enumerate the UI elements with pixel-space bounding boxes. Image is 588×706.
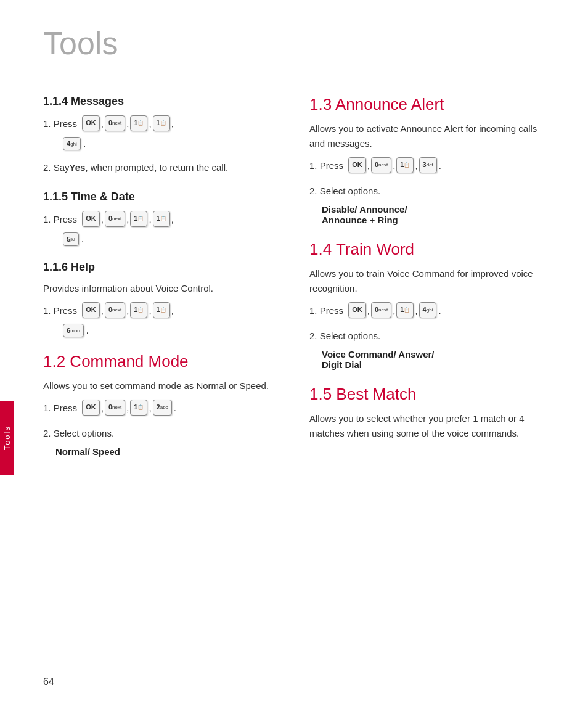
key-3def: 3def (419, 157, 437, 173)
key-1a-116: 1📋 (130, 302, 147, 318)
step-14-1: 1. Press OK, 0next, 1📋, 4ghi . (309, 302, 551, 319)
key-2abc: 2abc (153, 400, 172, 416)
key-1a-14: 1📋 (396, 302, 414, 318)
step-13-1: 1. Press OK, 0next, 1📋, 3def . (309, 157, 551, 174)
section-114: 1.1.4 Messages 1. Press OK, 0next, 1📋, 1… (43, 95, 285, 176)
key-4ghi-14: 4ghi (419, 302, 437, 318)
step-114-1: 1. Press OK, 0next, 1📋, 1📋, 4ghi . (43, 115, 285, 150)
section-115: 1.1.5 Time & Date 1. Press OK, 0next, 1📋… (43, 191, 285, 246)
key-1a-12: 1📋 (130, 400, 147, 416)
key-0next-13: 0next (371, 157, 391, 173)
key-1b: 1📋 (153, 115, 170, 131)
key-4ghi: 4ghi (63, 137, 81, 150)
step-114-2: 2. Say Yes, when prompted, to return the… (43, 159, 285, 176)
key-1a-13: 1📋 (396, 157, 414, 173)
section-12-desc: Allows you to set command mode as Normal… (43, 379, 285, 393)
section-116-desc: Provides information about Voice Control… (43, 281, 285, 296)
key-1b-115: 1📋 (153, 211, 170, 227)
key-ok-13: OK (348, 157, 366, 173)
step-115-1: 1. Press OK, 0next, 1📋, 1📋, 5jkl . (43, 211, 285, 246)
section-13-options: Disable/ Announce/Announce + Ring (309, 204, 551, 225)
section-13-heading: 1.3 Announce Alert (309, 95, 551, 114)
section-14-desc: Allows you to train Voice Command for im… (309, 266, 551, 296)
key-0next-116: 0next (105, 302, 125, 318)
right-column: 1.3 Announce Alert Allows you to activat… (309, 80, 551, 466)
section-114-heading: 1.1.4 Messages (43, 95, 285, 108)
page-title: Tools (0, 0, 588, 74)
step-14-2: 2. Select options. Voice Command/ Answer… (309, 327, 551, 370)
key-ok-115: OK (82, 211, 100, 227)
key-0next-14: 0next (371, 302, 391, 318)
step-12-2: 2. Select options. Normal/ Speed (43, 425, 285, 457)
step-12-1: 1. Press OK, 0next, 1📋, 2abc . (43, 400, 285, 416)
section-13: 1.3 Announce Alert Allows you to activat… (309, 95, 551, 225)
section-15: 1.5 Best Match Allows you to select whet… (309, 385, 551, 441)
page-number: 64 (43, 676, 54, 688)
key-1a-115: 1📋 (130, 211, 147, 227)
key-0next: 0next (105, 115, 125, 131)
section-13-desc: Allows you to activate Announce Alert fo… (309, 121, 551, 151)
side-tab: Tools (0, 401, 14, 475)
key-ok-12: OK (82, 400, 100, 416)
key-0next-12: 0next (105, 400, 125, 416)
step-13-2: 2. Select options. Disable/ Announce/Ann… (309, 183, 551, 225)
section-14-options: Voice Command/ Answer/Digit Dial (309, 349, 551, 370)
key-1a: 1📋 (130, 115, 147, 131)
key-ok-116: OK (82, 302, 100, 318)
section-14-heading: 1.4 Train Word (309, 240, 551, 259)
section-14: 1.4 Train Word Allows you to train Voice… (309, 240, 551, 370)
section-12-options: Normal/ Speed (43, 446, 285, 457)
key-6mno: 6mno (63, 324, 84, 337)
section-15-desc: Allows you to select whether you prefer … (309, 411, 551, 441)
step-116-1: 1. Press OK, 0next, 1📋, 1📋, 6mno . (43, 302, 285, 337)
key-5jkl: 5jkl (63, 232, 79, 246)
section-116: 1.1.6 Help Provides information about Vo… (43, 261, 285, 337)
left-column: 1.1.4 Messages 1. Press OK, 0next, 1📋, 1… (43, 80, 285, 466)
section-15-heading: 1.5 Best Match (309, 385, 551, 404)
section-12-heading: 1.2 Command Mode (43, 352, 285, 371)
key-0next-115: 0next (105, 211, 125, 227)
section-116-heading: 1.1.6 Help (43, 261, 285, 274)
key-1b-116: 1📋 (153, 302, 170, 318)
key-ok: OK (82, 115, 100, 131)
section-115-heading: 1.1.5 Time & Date (43, 191, 285, 203)
section-12: 1.2 Command Mode Allows you to set comma… (43, 352, 285, 457)
key-ok-14: OK (348, 302, 366, 318)
side-tab-label: Tools (2, 425, 12, 450)
